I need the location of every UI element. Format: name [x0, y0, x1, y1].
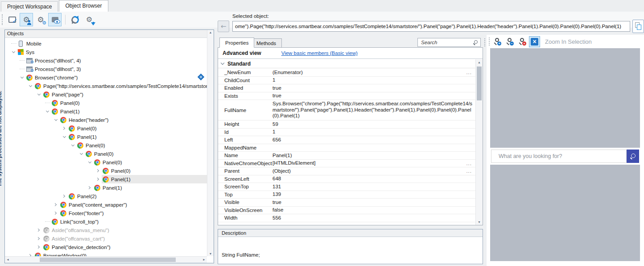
collapse-icon[interactable] — [44, 107, 52, 116]
toolbar-grip[interactable] — [489, 37, 490, 46]
tree-vertical-scrollbar[interactable]: ▲ ▼ — [207, 30, 214, 256]
panel-splitter[interactable] — [484, 38, 485, 46]
zoom-out-button[interactable]: − — [504, 36, 515, 47]
expand-icon[interactable] — [53, 200, 60, 209]
tree-node[interactable]: Panel("device_detection") — [5, 243, 207, 251]
tree-node[interactable]: Page("http://services.smartbear.com/samp… — [5, 82, 207, 90]
search-icon[interactable] — [473, 40, 478, 45]
collapse-icon[interactable] — [70, 141, 77, 150]
tree-node[interactable]: Aside("offcanvas_cart") — [5, 234, 207, 243]
tree-node[interactable]: Mobile — [5, 39, 207, 48]
tree-node[interactable]: Process("dllhost", 3) — [5, 65, 207, 73]
scroll-up-icon[interactable]: ▲ — [207, 31, 214, 34]
property-row[interactable]: Parent(Object) — [218, 167, 475, 175]
filter-button[interactable]: ⚙ — [83, 13, 96, 26]
preview-search-input[interactable] — [491, 150, 627, 163]
scroll-right-icon[interactable]: ► — [202, 258, 206, 261]
collapse-icon[interactable] — [27, 82, 35, 90]
tab-methods[interactable]: Methods — [251, 38, 282, 48]
scroll-left-icon[interactable]: ◄ — [6, 258, 9, 261]
expand-icon[interactable] — [95, 175, 103, 183]
tree-node[interactable]: Browser("chrome") — [5, 73, 207, 82]
property-row[interactable]: MappedName — [218, 144, 475, 152]
tree-node[interactable]: Process("dllhost", 4) — [5, 56, 207, 65]
tree-node[interactable]: Panel(0) — [5, 141, 207, 150]
expand-icon[interactable] — [27, 251, 35, 256]
collapse-icon[interactable] — [61, 133, 69, 141]
property-row[interactable]: Visibletrue — [218, 199, 475, 207]
fit-selection-button[interactable]: × — [529, 36, 540, 47]
expand-icon[interactable] — [61, 192, 69, 200]
expand-icon[interactable] — [36, 226, 43, 234]
tree-node[interactable]: Panel(1) — [5, 107, 207, 116]
scrollbar-thumb[interactable] — [477, 66, 482, 100]
back-button[interactable]: ← — [218, 21, 229, 32]
zoom-reset-button[interactable]: × — [516, 36, 528, 47]
tree-node[interactable]: Panel(0) — [5, 166, 207, 175]
expand-icon[interactable] — [53, 209, 60, 217]
collapse-icon[interactable] — [36, 90, 43, 99]
tree-node[interactable]: Panel(0) — [5, 99, 207, 107]
more-button[interactable] — [466, 70, 475, 75]
collapse-icon[interactable] — [19, 73, 26, 82]
tab-project-workspace[interactable]: Project Workspace — [1, 1, 58, 12]
collapse-icon[interactable] — [87, 158, 94, 166]
property-row[interactable]: Top139 — [218, 191, 475, 199]
settings-button[interactable]: ⚙ ⚙ — [34, 13, 47, 26]
property-row[interactable]: Id1 — [218, 129, 475, 137]
tree-node[interactable]: Header("header") — [5, 116, 207, 124]
basic-view-link[interactable]: View basic members (Basic view) — [281, 50, 358, 56]
collapse-icon[interactable] — [78, 150, 86, 158]
zoom-in-button[interactable]: + — [491, 36, 503, 47]
property-row[interactable]: VisibleOnScreenfalse — [218, 207, 475, 215]
tab-object-browser[interactable]: Object Browser — [59, 0, 108, 12]
properties-scrollbar[interactable]: ▲ ▼ — [475, 59, 483, 225]
selected-object-field[interactable] — [232, 21, 630, 32]
tree-node[interactable]: Link("scroll_top") — [5, 217, 207, 226]
property-row[interactable]: ScreenTop131 — [218, 183, 475, 191]
highlight-object-button[interactable]: ✓ — [5, 13, 19, 26]
tree-node[interactable]: Panel("page") — [5, 90, 207, 99]
expand-icon[interactable] — [36, 243, 43, 251]
tree-node[interactable]: Panel("content_wrapper") — [5, 200, 207, 209]
tree-node[interactable]: Panel(1) — [5, 175, 207, 183]
copy-button[interactable] — [632, 20, 644, 33]
collapse-icon[interactable] — [53, 116, 60, 124]
group-standard[interactable]: Standard — [218, 59, 475, 68]
expand-icon[interactable] — [36, 234, 43, 243]
tree-node[interactable]: Panel(2) — [5, 192, 207, 200]
property-row[interactable]: Existstrue — [218, 92, 475, 100]
scroll-down-icon[interactable]: ▼ — [207, 252, 214, 255]
tree-node[interactable]: Footer("footer") — [5, 209, 207, 217]
more-button[interactable] — [466, 168, 475, 174]
property-row[interactable]: Left656 — [218, 136, 475, 144]
expand-icon[interactable] — [87, 183, 94, 192]
property-row[interactable]: ScreenLeft648 — [218, 175, 475, 183]
property-row[interactable]: NativeChromeObject[HTMLDivElement] — [218, 160, 475, 168]
refresh-button[interactable] — [68, 13, 82, 26]
tree-horizontal-scrollbar[interactable]: ◄ ► — [5, 256, 207, 263]
tree-node[interactable]: Panel(0) — [5, 124, 207, 133]
property-row[interactable]: Height59 — [218, 121, 475, 129]
scrollbar-thumb[interactable] — [40, 258, 176, 262]
scroll-down-icon[interactable]: ▼ — [476, 220, 483, 224]
property-row[interactable]: Width556 — [218, 214, 475, 222]
tab-properties[interactable]: Properties — [219, 37, 254, 48]
collapse-icon[interactable] — [221, 61, 224, 65]
tree-node[interactable]: Panel(1) — [5, 183, 207, 192]
tree-node[interactable]: Panel(1) — [5, 133, 207, 141]
preview-search-button[interactable] — [627, 150, 639, 163]
toolbar-grip[interactable] — [2, 14, 3, 25]
more-button[interactable] — [466, 161, 475, 166]
show-object-button[interactable] — [48, 13, 62, 26]
property-row[interactable]: _NewEnum(Enumerator) — [218, 69, 475, 77]
extended-find-icon[interactable] — [198, 74, 205, 81]
tree-node[interactable]: Sys — [5, 48, 207, 56]
expand-icon[interactable] — [61, 124, 69, 133]
property-row[interactable]: Enabledtrue — [218, 84, 475, 92]
properties-search-input[interactable] — [420, 39, 473, 46]
tree-node[interactable]: Panel(0) — [5, 158, 207, 166]
track-process-button[interactable]: ⚙ — [20, 13, 33, 26]
tree-node[interactable]: Aside("offcanvas_menu") — [5, 226, 207, 234]
property-row[interactable]: ChildCount1 — [218, 77, 475, 85]
